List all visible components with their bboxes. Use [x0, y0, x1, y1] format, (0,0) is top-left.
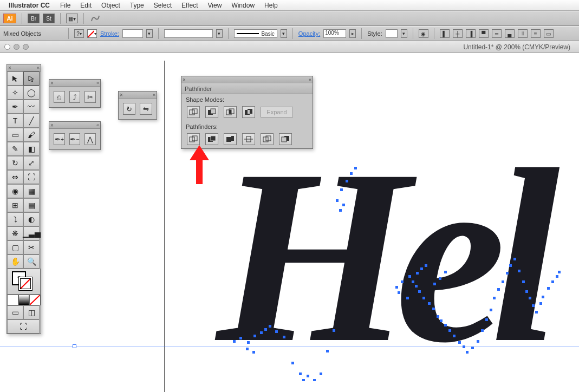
stroke-swatch-button[interactable]: ▾ [87, 29, 97, 38]
opacity-field[interactable]: 100% [323, 29, 346, 38]
variable-width-dropdown[interactable]: ▾ [216, 29, 223, 38]
graphic-style-swatch[interactable] [386, 29, 398, 38]
window-zoom-button[interactable] [23, 44, 29, 50]
exclude-button[interactable] [242, 106, 255, 118]
rectangle-tool[interactable]: ▭ [7, 128, 23, 142]
brush-definition[interactable]: Basic [234, 29, 277, 38]
stroke-weight-dropdown[interactable]: ▾ [146, 29, 153, 38]
brush-dropdown[interactable]: ▾ [281, 29, 287, 38]
color-mode-gradient[interactable] [18, 295, 30, 305]
gradient-tool[interactable]: ▤ [23, 198, 40, 212]
minus-front-button[interactable] [205, 106, 218, 118]
hand-tool[interactable]: ✋ [7, 254, 23, 269]
floating-panel-3[interactable]: × « ✒+ ✒− ⋀ [49, 121, 101, 150]
scale-tool[interactable]: ⤢ [23, 156, 40, 170]
tools-panel[interactable]: × « ✧ ◯ ✒ 〰 T ╱ ▭ 🖌 ✎ ◧ ↻ ⤢ ⇔ ⛶ ◉ ▦ ⊞ ▤ … [6, 64, 41, 334]
trim-button[interactable] [205, 133, 218, 145]
tools-panel-header[interactable]: × « [7, 64, 41, 71]
selection-tool[interactable] [7, 71, 23, 86]
screen-mode-button[interactable]: ⛶ [7, 319, 40, 334]
pathfinder-panel[interactable]: × « Pathfinder Shape Modes: Expand Pathf… [181, 76, 313, 149]
guide-anchor-point[interactable] [73, 344, 76, 348]
floating-panel-1[interactable]: × « ⎌ ⤴ ✂ [49, 79, 101, 108]
menu-effect[interactable]: Effect [181, 2, 198, 9]
align-right-button[interactable]: ▐ [466, 29, 476, 38]
close-icon[interactable]: × [50, 80, 54, 86]
unite-button[interactable] [187, 106, 200, 118]
menu-window[interactable]: Window [231, 2, 255, 9]
menu-object[interactable]: Object [101, 2, 120, 9]
script-text-object[interactable]: Hel [217, 134, 545, 381]
menu-select[interactable]: Select [154, 2, 172, 9]
panel-menu-icon[interactable]: « [309, 77, 311, 82]
color-mode-solid[interactable] [7, 295, 18, 305]
eraser-tool[interactable]: ◧ [23, 142, 40, 156]
canvas-artwork[interactable]: Hel [200, 134, 579, 381]
menu-file[interactable]: File [60, 2, 70, 9]
gpu-icon[interactable] [89, 14, 101, 23]
add-anchor-tool[interactable]: ✒+ [54, 133, 65, 145]
distribute-v-button[interactable]: ≡ [531, 29, 541, 38]
knife-tool[interactable]: ✂ [84, 91, 96, 103]
pencil-tool[interactable]: ✎ [7, 142, 23, 156]
menu-type[interactable]: Type [130, 2, 144, 9]
panel-header[interactable]: × « [49, 80, 100, 87]
distribute-h-button[interactable]: ⫴ [518, 29, 528, 38]
align-bottom-button[interactable]: ▄ [505, 29, 515, 38]
outline-button[interactable] [261, 133, 274, 145]
join-tool[interactable]: ⎌ [54, 91, 65, 103]
drawing-mode-behind[interactable]: ◫ [23, 305, 40, 319]
lasso-tool[interactable]: ◯ [23, 86, 40, 100]
zoom-tool[interactable]: 🔍 [23, 254, 40, 269]
panel-menu-icon[interactable]: « [37, 65, 40, 70]
width-tool[interactable]: ⇔ [7, 170, 23, 184]
perspective-grid-tool[interactable]: ▦ [23, 184, 40, 198]
align-top-button[interactable]: ▀ [479, 29, 489, 38]
variable-width-profile[interactable] [164, 29, 213, 38]
pen-tool[interactable]: ✒ [7, 100, 23, 114]
shaper-tool[interactable]: ⤴ [69, 91, 81, 103]
artboard-tool[interactable]: ▢ [7, 240, 23, 254]
pathfinder-panel-header[interactable]: × « [181, 76, 313, 83]
align-to-button[interactable]: ▭ [544, 29, 554, 38]
fill-stroke-swatch[interactable]: ? [7, 269, 41, 295]
symbol-sprayer-tool[interactable]: ❋ [7, 226, 23, 240]
panel-menu-icon[interactable]: « [96, 80, 99, 86]
panel-menu-icon[interactable]: « [96, 122, 99, 128]
align-vcenter-button[interactable]: ━ [492, 29, 502, 38]
close-icon[interactable]: × [183, 77, 186, 83]
close-icon[interactable]: × [120, 92, 123, 98]
window-minimize-button[interactable] [14, 44, 19, 50]
floating-panel-2[interactable]: × « ↻ ⇋ [118, 91, 157, 120]
align-hcenter-button[interactable]: ┼ [453, 29, 463, 38]
window-close-button[interactable] [4, 44, 10, 50]
opacity-dropdown[interactable]: ▸ [349, 29, 356, 38]
curvature-tool[interactable]: 〰 [23, 100, 40, 114]
rotate-tool[interactable]: ↻ [7, 156, 23, 170]
recolor-artwork-button[interactable]: ◉ [419, 29, 428, 38]
free-transform-tool[interactable]: ⛶ [23, 170, 40, 184]
eyedropper-tool[interactable]: ⤵ [7, 212, 23, 226]
close-icon[interactable]: × [8, 65, 11, 71]
color-mode-none[interactable] [29, 295, 41, 305]
drawing-mode-normal[interactable]: ▭ [7, 305, 23, 319]
merge-button[interactable] [224, 133, 237, 145]
panel-header[interactable]: × « [119, 92, 157, 99]
arrange-documents-button[interactable]: ▦▾ [66, 14, 78, 23]
panel-header[interactable]: × « [49, 122, 100, 129]
panel-menu-icon[interactable]: « [153, 92, 155, 97]
style-dropdown[interactable]: ▾ [401, 29, 407, 38]
pathfinder-title[interactable]: Pathfinder [181, 83, 313, 94]
shape-builder-tool[interactable]: ◉ [7, 184, 23, 198]
align-left-button[interactable]: ▌ [440, 29, 450, 38]
direct-selection-tool[interactable] [23, 71, 40, 86]
close-icon[interactable]: × [50, 122, 54, 128]
intersect-button[interactable] [224, 106, 237, 118]
bridge-button[interactable]: Br [28, 14, 40, 23]
divide-button[interactable] [187, 133, 200, 145]
minus-back-button[interactable] [279, 133, 292, 145]
delete-anchor-tool[interactable]: ✒− [69, 133, 81, 145]
convert-anchor-tool[interactable]: ⋀ [84, 133, 96, 145]
menu-help[interactable]: Help [264, 2, 278, 9]
stroke-color-swatch[interactable] [18, 277, 32, 291]
